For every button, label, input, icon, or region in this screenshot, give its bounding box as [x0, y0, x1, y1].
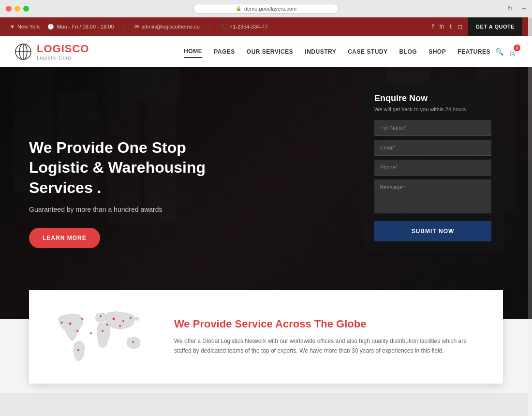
divider: | — [123, 24, 125, 30]
nav-blog[interactable]: BLOG — [399, 46, 417, 58]
nav-shop[interactable]: SHOP — [429, 46, 446, 58]
hours-item: 🕐 Mon - Fri / 08:00 - 18:00 — [47, 24, 114, 30]
phone-text: +1-2354-334-77 — [230, 24, 268, 30]
maximize-dot[interactable] — [23, 6, 29, 12]
top-bar-right: f in t ◻ GET A QUOTE — [432, 17, 523, 36]
svg-point-37 — [119, 325, 121, 327]
phone-input[interactable] — [374, 160, 491, 176]
email-item: ✉ admin@logiscotheme.co — [134, 24, 200, 30]
navbar: LOGISCO Logistic Corp. HOME PAGES OUR SE… — [0, 36, 532, 67]
enquire-form: Enquire Now We will get back to you with… — [363, 82, 503, 253]
world-map-svg — [48, 304, 155, 367]
hero-content: We Provide One Stop Logistic & Warehousi… — [0, 138, 251, 249]
svg-point-39 — [90, 332, 92, 334]
logo-text: LOGISCO Logistic Corp. — [37, 43, 89, 60]
hero-subtitle: Guaranteed by more than a hundred awards — [29, 206, 222, 213]
cart-count: 0 — [514, 45, 520, 51]
clock-icon: 🕐 — [47, 24, 54, 30]
logo-subtitle: Logistic Corp. — [37, 55, 89, 60]
globe-background: We Provide Service Across The Globe We o… — [0, 290, 532, 393]
hours-text: Mon - Fri / 08:00 - 18:00 — [57, 24, 114, 30]
location-text: New York — [17, 24, 40, 30]
submit-button[interactable]: SUBMIT NOW — [374, 221, 491, 241]
divider2: | — [209, 24, 211, 30]
hero-title: We Provide One Stop Logistic & Warehousi… — [29, 138, 222, 198]
svg-point-33 — [130, 317, 132, 319]
svg-point-34 — [132, 341, 134, 343]
phone-icon: 📞 — [221, 24, 227, 30]
globe-text: We offer a Global Logistics Network with… — [174, 336, 484, 356]
facebook-icon[interactable]: f — [432, 23, 434, 30]
message-input[interactable] — [374, 179, 491, 213]
world-map — [48, 304, 155, 369]
svg-point-29 — [100, 315, 102, 317]
location-icon: ▼ — [10, 24, 15, 30]
get-quote-button[interactable]: GET A QUOTE — [468, 17, 522, 36]
globe-content: We Provide Service Across The Globe We o… — [174, 318, 484, 356]
svg-point-32 — [122, 320, 124, 322]
browser-dots — [6, 6, 29, 12]
new-tab-button[interactable]: + — [522, 4, 526, 13]
learn-more-button[interactable]: LEARN MORE — [29, 228, 100, 248]
logo-name-part1: LOGIS — [37, 43, 72, 55]
email-text: admin@logiscotheme.co — [141, 24, 200, 30]
browser-chrome: 🔒 demo.goodlayers.com ↻ + — [0, 0, 532, 17]
svg-point-31 — [113, 318, 115, 320]
enquire-subtitle: We will get back to you within 24 hours. — [374, 106, 491, 112]
logo-name-part2: CO — [72, 43, 89, 55]
globe-title: We Provide Service Across The Globe — [174, 318, 484, 330]
linkedin-icon[interactable]: in — [440, 23, 444, 30]
top-bar: ▼ New York 🕐 Mon - Fri / 08:00 - 18:00 |… — [0, 17, 532, 36]
phone-item: 📞 +1-2354-334-77 — [221, 24, 268, 30]
full-name-input[interactable] — [374, 120, 491, 136]
search-icon[interactable]: 🔍 — [495, 48, 503, 56]
hero-section: We Provide One Stop Logistic & Warehousi… — [0, 67, 532, 319]
globe-section: We Provide Service Across The Globe We o… — [29, 290, 503, 384]
url-text: demo.goodlayers.com — [244, 6, 296, 12]
minimize-dot[interactable] — [15, 6, 20, 12]
svg-point-30 — [102, 330, 103, 332]
instagram-icon[interactable]: ◻ — [458, 23, 462, 30]
nav-home[interactable]: HOME — [184, 45, 202, 58]
nav-features[interactable]: FEATURES — [458, 46, 490, 58]
nav-case-study[interactable]: CASE STUDY — [348, 46, 387, 58]
nav-our-services[interactable]: OUR SERVICES — [247, 46, 293, 58]
cart-wrapper: 🛒 0 — [509, 47, 517, 56]
refresh-button[interactable]: ↻ — [507, 5, 513, 12]
nav-pages[interactable]: PAGES — [214, 46, 235, 58]
svg-point-27 — [76, 330, 78, 332]
close-dot[interactable] — [6, 6, 12, 12]
svg-point-38 — [81, 318, 83, 320]
svg-point-26 — [69, 323, 72, 325]
website-content: ▼ New York 🕐 Mon - Fri / 08:00 - 18:00 |… — [0, 17, 532, 393]
enquire-title: Enquire Now — [374, 93, 491, 104]
logo-icon — [15, 43, 32, 60]
nav-industry[interactable]: INDUSTRY — [305, 46, 336, 58]
svg-point-35 — [61, 322, 63, 324]
logo-name: LOGISCO — [37, 43, 89, 55]
nav-icons: 🔍 🛒 0 — [495, 47, 517, 56]
twitter-icon[interactable]: t — [450, 23, 451, 30]
lock-icon: 🔒 — [236, 6, 241, 11]
email-input[interactable] — [374, 140, 491, 156]
nav-menu: HOME PAGES OUR SERVICES INDUSTRY CASE ST… — [184, 45, 490, 58]
location-item: ▼ New York — [10, 24, 40, 30]
svg-point-28 — [77, 349, 79, 351]
email-icon: ✉ — [134, 24, 139, 30]
logo: LOGISCO Logistic Corp. — [15, 43, 89, 60]
url-bar[interactable]: 🔒 demo.goodlayers.com — [193, 4, 339, 14]
top-bar-left: ▼ New York 🕐 Mon - Fri / 08:00 - 18:00 |… — [10, 24, 432, 30]
svg-point-36 — [106, 324, 108, 326]
